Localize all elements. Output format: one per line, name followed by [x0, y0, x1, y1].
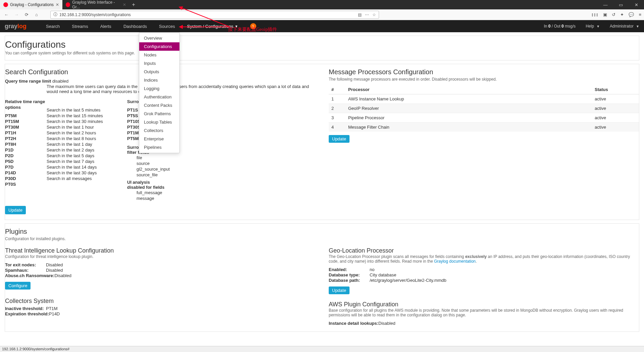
dd-nodes[interactable]: Nodes [139, 51, 179, 59]
dd-authentication[interactable]: Authentication [139, 93, 179, 101]
processors-subtitle: The following message processors are exe… [329, 77, 639, 82]
dd-indices[interactable]: Indices [139, 76, 179, 84]
sidebar-icon[interactable]: ▣ [603, 12, 607, 17]
sur-val: onds [169, 124, 315, 130]
home-icon[interactable]: ⌂ [33, 11, 40, 18]
abuse-value: Disabled [54, 273, 71, 278]
rel-key: PT30M [5, 124, 47, 130]
browser-tab[interactable]: Graylog Web Interface - Gr... ✕ [62, 0, 129, 9]
system-dropdown: Overview Configurations Nodes Inputs Out… [139, 32, 180, 153]
rel-val: Search in the last 14 days [47, 164, 127, 170]
rel-key: P1D [5, 147, 47, 153]
maximize-icon[interactable]: ▭ [613, 0, 629, 9]
graylog-logo[interactable]: graylog [5, 23, 26, 30]
tab-title: Graylog - Configurations [10, 2, 54, 7]
geo-dbtype-label: Database type: [329, 272, 370, 278]
dd-grok[interactable]: Grok Patterns [139, 109, 179, 118]
table-row: 3Pipeline Processoractive [329, 113, 639, 123]
sync-icon[interactable]: ↺ [612, 12, 615, 17]
chevron-down-icon: ▼ [596, 25, 600, 28]
expiration-value: P14D [49, 311, 60, 316]
update-geo-button[interactable]: Update [329, 287, 350, 294]
sur-val: nd [169, 107, 315, 113]
geo-title: Geo-Location Processor [329, 247, 639, 254]
nav-help[interactable]: Help ▼ [586, 24, 600, 29]
dd-collectors[interactable]: Collectors [139, 126, 179, 135]
collectors-title: Collectors System [5, 298, 315, 305]
rel-key: PT1H [5, 130, 47, 136]
chat-icon[interactable]: 💬 [629, 12, 634, 17]
inactive-value: PT1M [46, 306, 58, 311]
dd-lookup[interactable]: Lookup Tables [139, 118, 179, 126]
dd-inputs[interactable]: Inputs [139, 59, 179, 68]
graylog-docs-link[interactable]: Graylog documentation [434, 259, 476, 264]
plugins-subtitle: Configuration for installed plugins. [5, 236, 639, 241]
page-title: Configurations [5, 39, 639, 51]
annotation-arrow-icon [180, 24, 233, 30]
rel-key: PT15M [5, 119, 47, 124]
rel-key: P7D [5, 164, 47, 170]
dd-overview[interactable]: Overview [139, 34, 179, 42]
browser-toolbar: ← → ⟳ ⌂ ⓘ 192.168.1.2:9000/system/config… [0, 9, 644, 20]
tab-title: Graylog Web Interface - Gr... [72, 0, 121, 9]
update-search-button[interactable]: Update [5, 206, 26, 214]
reader-icon[interactable]: ▤ [358, 12, 362, 17]
configure-threat-button[interactable]: Configure [5, 282, 31, 290]
rel-val: Search in the last 7 days [47, 159, 127, 164]
qtr-label: Query time range limit [5, 79, 51, 84]
hamburger-icon[interactable]: ≡ [639, 12, 641, 17]
rel-key: P2D [5, 153, 47, 159]
col-proc: Processor [345, 85, 592, 94]
filter-field: source [127, 161, 169, 166]
rel-key: PT5M [5, 113, 47, 119]
extension-icon[interactable]: ✦ [620, 12, 624, 17]
dd-outputs[interactable]: Outputs [139, 68, 179, 76]
nav-search[interactable]: Search [40, 20, 66, 32]
close-window-icon[interactable]: ✕ [629, 0, 644, 9]
tor-value: Disabled [46, 262, 63, 267]
bookmark-star-icon[interactable]: ☆ [372, 12, 376, 17]
nav-admin[interactable]: Administrator ▼ [610, 24, 639, 29]
back-icon[interactable]: ← [3, 11, 10, 18]
rel-key: PT0S [5, 181, 47, 187]
sur-val: onds [169, 119, 315, 124]
forward-icon[interactable]: → [13, 11, 20, 18]
table-row: 1AWS Instance Name Lookupactive [329, 94, 639, 104]
dd-enterprise[interactable]: Enterprise [139, 135, 179, 143]
aws-lookups-value: Disabled [378, 321, 395, 326]
browser-tab-active[interactable]: Graylog - Configurations ✕ [0, 0, 62, 9]
dd-content-packs[interactable]: Content Packs [139, 101, 179, 109]
dd-configurations[interactable]: Configurations [139, 42, 179, 51]
aws-desc: Base configuration for all plugins the A… [329, 308, 639, 317]
nav-dashboards[interactable]: Dashboards [117, 20, 153, 32]
table-row: 4Message Filter Chainactive [329, 123, 639, 132]
dd-pipelines[interactable]: Pipelines [139, 143, 179, 151]
browser-status-bar: 192.168.1.2:9000/system/configurations# [0, 346, 644, 349]
minimize-icon[interactable]: — [598, 0, 613, 9]
rel-val: Search in the last 2 hours [47, 130, 127, 136]
close-icon[interactable]: ✕ [123, 2, 126, 7]
menu-dots-icon[interactable]: ⋯ [365, 12, 369, 17]
nav-streams[interactable]: Streams [66, 20, 94, 32]
info-icon[interactable]: ⓘ [53, 12, 57, 17]
rel-key: P5D [5, 159, 47, 164]
new-tab-button[interactable]: + [129, 2, 138, 8]
close-icon[interactable]: ✕ [56, 2, 59, 7]
expiration-label: Expiration threshold: [5, 311, 49, 317]
geo-desc: The Geo-Location Processor plugin scans … [329, 254, 639, 264]
threat-title: Threat Intelligence Lookup Configuration [5, 247, 315, 254]
url-text: 192.168.1.2:9000/system/configurations [59, 12, 131, 17]
dd-logging[interactable]: Logging [139, 84, 179, 93]
library-icon[interactable]: ⫿⫿⫿ [591, 12, 598, 17]
nav-sources[interactable]: Sources [153, 20, 181, 32]
rel-val: Search in the last 30 minutes [47, 119, 127, 124]
reload-icon[interactable]: ⟳ [23, 11, 30, 18]
col-status: Status [592, 85, 639, 94]
rel-val: Search in the last 1 day [47, 141, 127, 147]
app-navbar: graylog Search Streams Alerts Dashboards… [0, 20, 644, 32]
nav-alerts[interactable]: Alerts [94, 20, 117, 32]
qtr-desc: The maximum time users can query data in… [47, 84, 315, 94]
geo-dbpath-label: Database path: [329, 278, 370, 283]
update-processors-button[interactable]: Update [329, 135, 350, 143]
sur-val: nds [169, 113, 315, 119]
